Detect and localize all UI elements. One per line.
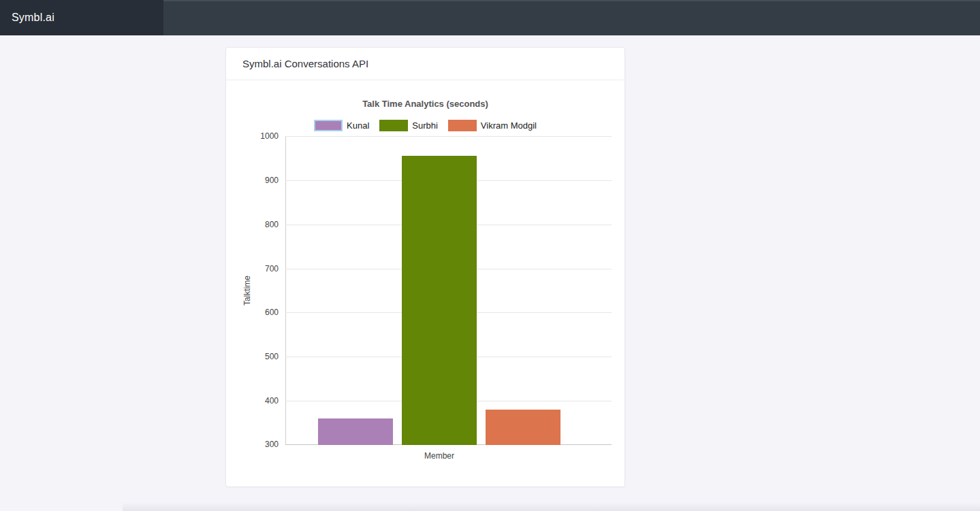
legend-label-vikram-modgil: Vikram Modgil	[481, 120, 537, 131]
bar-vikram-modgil[interactable]	[486, 410, 560, 445]
bar-kunal[interactable]	[318, 418, 393, 445]
legend-swatch-surbhi	[379, 120, 408, 131]
bar-surbhi[interactable]	[402, 156, 477, 445]
y-tick-label-300: 300	[226, 440, 279, 449]
y-tick-label-500: 500	[226, 352, 279, 361]
y-axis-title: Talktime	[242, 276, 252, 306]
conversations-api-card: Symbl.ai Conversations API Talk Time Ana…	[225, 47, 625, 487]
y-tick-label-1000: 1000	[226, 131, 279, 141]
chart-legend: KunalSurbhiVikram Modgil	[226, 119, 625, 131]
bottom-shadow	[123, 502, 980, 511]
y-tick-label-700: 700	[226, 264, 279, 274]
y-tick-label-400: 400	[226, 396, 279, 406]
y-axis-line	[285, 136, 286, 445]
gridline-1000	[285, 136, 612, 137]
y-tick-label-800: 800	[226, 220, 279, 229]
legend-label-surbhi: Surbhi	[412, 120, 438, 131]
x-axis-title: Member	[424, 451, 454, 461]
y-tick-label-900: 900	[226, 176, 279, 185]
legend-item-surbhi[interactable]: Surbhi	[379, 120, 438, 131]
top-navbar: Symbl.ai	[0, 0, 980, 35]
brand-logo[interactable]: Symbl.ai	[0, 0, 163, 35]
legend-label-kunal: Kunal	[347, 120, 369, 131]
talk-time-chart: Talk Time Analytics (seconds) KunalSurbh…	[226, 80, 625, 487]
legend-item-vikram-modgil[interactable]: Vikram Modgil	[448, 120, 537, 131]
y-tick-label-600: 600	[226, 308, 279, 317]
plot-area	[285, 136, 612, 445]
legend-item-kunal[interactable]: Kunal	[314, 120, 369, 131]
legend-swatch-kunal	[314, 120, 343, 131]
card-title: Symbl.ai Conversations API	[226, 48, 625, 80]
chart-title: Talk Time Analytics (seconds)	[226, 99, 625, 109]
legend-swatch-vikram-modgil	[448, 120, 477, 131]
